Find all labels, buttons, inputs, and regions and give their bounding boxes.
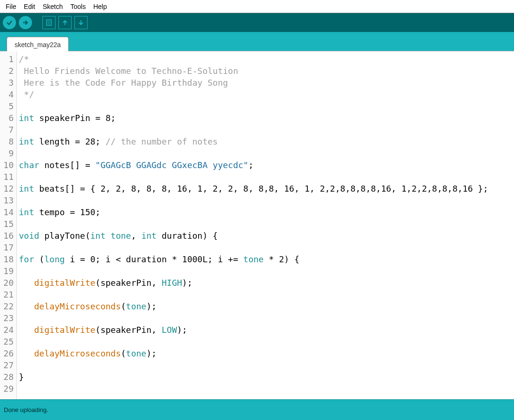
code-token: "GGAGcB GGAGdc GGxecBA yyecdc" bbox=[96, 160, 249, 170]
line-number: 18 bbox=[0, 253, 14, 265]
code-token bbox=[19, 301, 34, 311]
menu-bar: File Edit Sketch Tools Help bbox=[0, 0, 514, 13]
line-number: 23 bbox=[0, 312, 14, 324]
code-token: delayMicroseconds bbox=[34, 301, 121, 311]
code-line[interactable] bbox=[19, 147, 514, 159]
code-area[interactable]: /* Hello Friends Welcome to Techno-E-Sol… bbox=[17, 51, 514, 399]
file-icon bbox=[45, 19, 53, 26]
line-number: 14 bbox=[0, 206, 14, 218]
code-token: playTone( bbox=[44, 231, 90, 241]
code-token bbox=[19, 325, 34, 335]
code-line[interactable]: } bbox=[19, 371, 514, 383]
code-token: void bbox=[19, 231, 44, 241]
open-sketch-button[interactable] bbox=[58, 16, 72, 29]
tab-sketch[interactable]: sketch_may22a bbox=[7, 37, 69, 51]
code-line[interactable] bbox=[19, 171, 514, 183]
code-line[interactable] bbox=[19, 100, 514, 112]
code-line[interactable]: int speakerPin = 8; bbox=[19, 112, 514, 124]
code-token: ); bbox=[177, 325, 187, 335]
line-number: 13 bbox=[0, 194, 14, 206]
code-token: (speakerPin, bbox=[96, 325, 162, 335]
code-token: tempo = 150; bbox=[39, 207, 100, 217]
code-token: digitalWrite bbox=[34, 278, 96, 288]
status-bar: Done uploading. bbox=[0, 399, 514, 420]
code-token: ( bbox=[39, 254, 44, 264]
line-number: 4 bbox=[0, 89, 14, 100]
new-sketch-button[interactable] bbox=[42, 16, 56, 29]
code-line[interactable] bbox=[19, 289, 514, 300]
code-token: int bbox=[19, 184, 39, 194]
code-token: ( bbox=[121, 301, 126, 311]
menu-edit[interactable]: Edit bbox=[20, 1, 39, 12]
code-token bbox=[19, 348, 34, 358]
code-line[interactable] bbox=[19, 265, 514, 277]
code-token: duration) { bbox=[162, 231, 218, 241]
code-line[interactable]: delayMicroseconds(tone); bbox=[19, 347, 514, 359]
code-line[interactable] bbox=[19, 124, 514, 136]
code-line[interactable]: char notes[] = "GGAGcB GGAGdc GGxecBA yy… bbox=[19, 159, 514, 171]
code-token: Hello Friends Welcome to Techno-E-Soluti… bbox=[19, 66, 238, 76]
line-number: 9 bbox=[0, 147, 14, 159]
line-number: 21 bbox=[0, 289, 14, 300]
line-number: 11 bbox=[0, 171, 14, 183]
code-token: } bbox=[19, 372, 24, 382]
code-token: tone bbox=[243, 254, 264, 264]
code-line[interactable]: Here is the Code For Happy Birthday Song bbox=[19, 77, 514, 89]
code-token: ; bbox=[249, 160, 254, 170]
code-token: tone bbox=[126, 348, 146, 358]
line-number: 25 bbox=[0, 336, 14, 347]
line-number: 3 bbox=[0, 77, 14, 89]
code-token: int bbox=[19, 207, 39, 217]
line-number-gutter: 1234567891011121314151617181920212223242… bbox=[0, 51, 17, 399]
menu-tools[interactable]: Tools bbox=[67, 1, 90, 12]
code-editor[interactable]: 1234567891011121314151617181920212223242… bbox=[0, 51, 514, 399]
code-line[interactable] bbox=[19, 312, 514, 324]
line-number: 7 bbox=[0, 124, 14, 136]
code-token: ( bbox=[121, 348, 126, 358]
code-line[interactable]: Hello Friends Welcome to Techno-E-Soluti… bbox=[19, 65, 514, 77]
line-number: 16 bbox=[0, 230, 14, 242]
check-icon bbox=[6, 19, 13, 26]
code-line[interactable]: digitalWrite(speakerPin, LOW); bbox=[19, 324, 514, 336]
menu-help[interactable]: Help bbox=[89, 1, 111, 12]
code-line[interactable]: void playTone(int tone, int duration) { bbox=[19, 230, 514, 242]
code-line[interactable] bbox=[19, 218, 514, 230]
code-line[interactable]: int beats[] = { 2, 2, 8, 8, 8, 16, 1, 2,… bbox=[19, 183, 514, 194]
code-token: tone bbox=[111, 231, 131, 241]
code-token: long bbox=[44, 254, 70, 264]
code-line[interactable] bbox=[19, 242, 514, 253]
code-token: int bbox=[90, 231, 111, 241]
save-sketch-button[interactable] bbox=[74, 16, 88, 29]
code-line[interactable]: int tempo = 150; bbox=[19, 206, 514, 218]
code-token: int bbox=[19, 113, 39, 123]
code-token: notes[] = bbox=[44, 160, 95, 170]
arrow-up-icon bbox=[61, 19, 69, 26]
code-line[interactable]: delayMicroseconds(tone); bbox=[19, 300, 514, 312]
line-number: 15 bbox=[0, 218, 14, 230]
code-token: LOW bbox=[161, 325, 177, 335]
code-token: ); bbox=[146, 301, 157, 311]
line-number: 27 bbox=[0, 359, 14, 371]
code-token: i = 0; i < duration * 1000L; i += bbox=[70, 254, 243, 264]
line-number: 22 bbox=[0, 300, 14, 312]
upload-button[interactable] bbox=[19, 16, 32, 29]
code-token bbox=[19, 278, 34, 288]
code-token: */ bbox=[19, 89, 34, 99]
arrow-right-icon bbox=[22, 19, 29, 26]
menu-sketch[interactable]: Sketch bbox=[39, 1, 67, 12]
code-line[interactable]: /* bbox=[19, 53, 514, 65]
code-line[interactable]: digitalWrite(speakerPin, HIGH); bbox=[19, 277, 514, 289]
code-line[interactable] bbox=[19, 359, 514, 371]
code-line[interactable]: int length = 28; // the number of notes bbox=[19, 136, 514, 147]
code-token: , bbox=[131, 231, 141, 241]
code-line[interactable]: for (long i = 0; i < duration * 1000L; i… bbox=[19, 253, 514, 265]
code-line[interactable]: */ bbox=[19, 89, 514, 100]
code-line[interactable] bbox=[19, 336, 514, 347]
verify-button[interactable] bbox=[3, 16, 16, 29]
code-token: (speakerPin, bbox=[96, 278, 162, 288]
code-line[interactable] bbox=[19, 383, 514, 395]
arrow-down-icon bbox=[77, 19, 85, 26]
menu-file[interactable]: File bbox=[2, 1, 20, 12]
line-number: 12 bbox=[0, 183, 14, 194]
code-line[interactable] bbox=[19, 194, 514, 206]
